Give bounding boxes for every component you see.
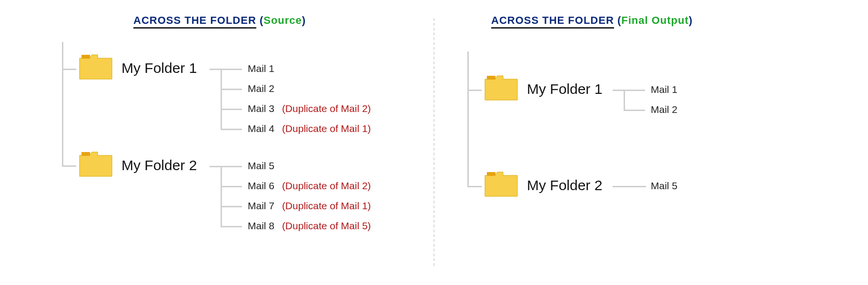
- mail-item: Mail 8 (Duplicate of Mail 5): [248, 220, 371, 232]
- mail-name: Mail 7: [248, 200, 274, 211]
- tree-line: [62, 42, 63, 167]
- tree-line: [221, 206, 242, 207]
- tree-line: [624, 110, 645, 111]
- heading-main: ACROSS THE FOLDER: [491, 14, 614, 29]
- output-heading: ACROSS THE FOLDER (Final Output): [491, 14, 693, 27]
- mail-item: Mail 5: [248, 160, 279, 172]
- mail-note: (Duplicate of Mail 1): [282, 123, 371, 134]
- mail-name: Mail 1: [248, 63, 274, 74]
- tree-line: [624, 90, 645, 91]
- mail-name: Mail 5: [248, 160, 274, 171]
- mail-name: Mail 5: [651, 180, 677, 191]
- tree-line: [210, 166, 222, 167]
- tree-line: [221, 186, 242, 187]
- mail-item: Mail 7 (Duplicate of Mail 1): [248, 200, 371, 212]
- mail-name: Mail 2: [651, 104, 677, 115]
- mail-name: Mail 3: [248, 103, 274, 114]
- folder-icon: [79, 151, 113, 177]
- mail-item: Mail 2: [248, 83, 279, 94]
- tree-line: [613, 90, 625, 91]
- mail-note: (Duplicate of Mail 1): [282, 200, 371, 211]
- tree-line: [221, 109, 242, 110]
- mail-name: Mail 6: [248, 180, 274, 191]
- mail-name: Mail 4: [248, 123, 274, 134]
- svg-rect-0: [81, 55, 90, 59]
- folder-label: My Folder 2: [121, 157, 197, 173]
- folder-icon: [79, 53, 113, 80]
- tree-line: [221, 166, 242, 167]
- mail-note: (Duplicate of Mail 5): [282, 220, 371, 231]
- heading-main: ACROSS THE FOLDER: [133, 14, 256, 29]
- mail-item: Mail 5: [651, 180, 677, 192]
- mail-item: Mail 1: [651, 84, 677, 95]
- heading-sub: Source: [263, 14, 302, 26]
- tree-line: [62, 69, 76, 70]
- source-heading: ACROSS THE FOLDER (Source): [133, 14, 306, 27]
- svg-rect-1: [81, 152, 90, 156]
- panel-divider: [434, 18, 434, 266]
- mail-name: Mail 8: [248, 220, 274, 231]
- folder-label: My Folder 1: [121, 60, 197, 76]
- tree-line: [210, 69, 222, 70]
- folder-icon: [484, 171, 518, 197]
- tree-line: [62, 165, 76, 167]
- svg-rect-2: [487, 76, 495, 80]
- tree-line: [221, 89, 242, 90]
- svg-rect-3: [487, 172, 495, 176]
- folder-label: My Folder 2: [527, 177, 602, 193]
- heading-sub: Final Output: [621, 14, 689, 26]
- mail-item: Mail 1: [248, 63, 279, 74]
- tree-line: [467, 51, 469, 187]
- tree-line: [467, 90, 482, 91]
- mail-note: (Duplicate of Mail 2): [282, 180, 371, 191]
- mail-item: Mail 3 (Duplicate of Mail 2): [248, 103, 371, 114]
- tree-line: [221, 69, 222, 129]
- tree-line: [221, 129, 242, 130]
- tree-line: [221, 69, 242, 70]
- folder-label: My Folder 1: [527, 81, 602, 97]
- mail-item: Mail 2: [651, 104, 677, 115]
- folder-icon: [484, 74, 518, 101]
- tree-line: [624, 90, 625, 110]
- tree-line: [221, 226, 242, 227]
- tree-line: [221, 166, 222, 226]
- tree-line: [467, 186, 482, 187]
- mail-name: Mail 2: [248, 83, 274, 94]
- mail-name: Mail 1: [651, 84, 677, 95]
- mail-item: Mail 4 (Duplicate of Mail 1): [248, 123, 371, 134]
- mail-note: (Duplicate of Mail 2): [282, 103, 371, 114]
- tree-line: [613, 186, 646, 187]
- mail-item: Mail 6 (Duplicate of Mail 2): [248, 180, 371, 192]
